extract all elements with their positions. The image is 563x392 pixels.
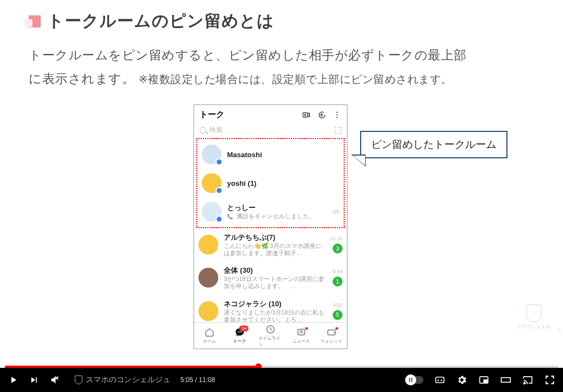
phone-header: トーク (194, 105, 347, 123)
note-text: ※複数設定した場合には、設定順で上部にピン留めされます。 (139, 73, 452, 85)
tab-label: タイムライン (258, 335, 283, 347)
chat-item-pinned: とっしー 通話をキャンセルしました。 2/5 (197, 197, 344, 226)
clock-icon (266, 324, 275, 334)
new-chat-icon (317, 111, 326, 119)
chat-subtext: 通話をキャンセルしました。 (227, 213, 327, 220)
svg-rect-12 (484, 380, 487, 382)
chat-item: 全体 (30) 3がつ18日スマートホーンの講習に参加を申し込みします。 … 8… (194, 261, 347, 294)
time-total: 11:08 (198, 376, 215, 384)
header-icon-group (302, 111, 341, 119)
search-icon (200, 127, 206, 134)
slide-content: トークルームのピン留めとは トークルームをピン留めすると、ピン留めした相手が必ず… (0, 0, 563, 363)
chat-name: Masatoshi (227, 151, 334, 159)
phone-call-icon (227, 213, 234, 220)
phone-header-title: トーク (200, 109, 224, 120)
chat-name: とっしー (227, 203, 327, 213)
pin-icon (216, 187, 223, 194)
autoplay-toggle[interactable] (405, 376, 423, 384)
chat-time: 11:16 (330, 236, 343, 241)
svg-point-4 (238, 332, 239, 333)
title-row: トークルームのピン留めとは (29, 10, 534, 32)
tab-news: ニュース (289, 327, 313, 344)
tab-label: トーク (233, 338, 246, 344)
chat-name: アルテちちぶ(7) (224, 233, 324, 242)
body-text: トークルームをピン留めすると、ピン留めした相手が必ずトークの最上部 に表示されま… (29, 43, 534, 90)
time-current: 5:05 (180, 376, 193, 384)
brand-logo: コアコンシェル (516, 305, 551, 330)
avatar (202, 173, 222, 193)
tab-talk: 24 トーク (228, 327, 252, 344)
tab-label: ウォレット (321, 338, 343, 344)
news-icon (296, 327, 306, 337)
chat-name: ネコジャラシ (10) (224, 299, 327, 309)
talk-badge: 24 (239, 325, 249, 332)
slide-title: トークルームのピン留めとは (47, 10, 274, 32)
chat-item-pinned: yoshi (1) (197, 169, 344, 197)
tab-label: ホーム (203, 338, 216, 344)
callout-bubble: ピン留めしたトークルーム (360, 131, 507, 158)
tab-home: ホーム (197, 327, 222, 344)
phone-tabbar: ホーム 24 トーク タイムライン ニュース ウォレット (194, 322, 347, 349)
notif-dot-icon (305, 327, 308, 330)
unread-badge: 5 (333, 310, 343, 320)
svg-point-2 (336, 114, 338, 115)
settings-button[interactable] (456, 374, 467, 385)
avatar (202, 202, 222, 222)
home-icon (205, 327, 214, 337)
qr-scan-icon (335, 127, 341, 134)
chat-subtext: 遅くなりましたが3月18日の会に私も参加させてください。よろ… (224, 309, 327, 323)
video-player-bar: スマホのコンシェルジュ 5:05 / 11:08 (0, 368, 563, 392)
play-button[interactable] (8, 374, 19, 385)
avatar (202, 145, 222, 164)
notif-dot-icon (335, 327, 338, 330)
search-placeholder: 検索 (209, 125, 223, 135)
next-button[interactable] (29, 374, 40, 385)
search-row: 検索 (194, 123, 347, 138)
callout-text: ピン留めしたトークルーム (371, 139, 496, 150)
cast-button[interactable] (522, 374, 533, 385)
body-line1: トークルームをピン留めすると、ピン留めした相手が必ずトークの最上部 (29, 48, 467, 62)
tab-timeline: タイムライン (258, 324, 283, 347)
pause-icon (409, 378, 412, 382)
pin-icon (216, 158, 223, 165)
chat-name: yoshi (1) (227, 179, 334, 187)
chat-name: 全体 (30) (224, 266, 327, 275)
body-line2: に表示されます。 (29, 71, 135, 86)
chat-subtext: こんにちわ👋🌿 3月のスマホ講座には参加します。渡邉千鶴子… (224, 242, 324, 257)
theater-button[interactable] (500, 374, 511, 385)
chat-item: アルテちちぶ(7) こんにちわ👋🌿 3月のスマホ講座には参加します。渡邉千鶴子…… (194, 228, 347, 261)
bullet-square-icon (29, 15, 41, 27)
player-left: スマホのコンシェルジュ 5:05 / 11:08 (8, 374, 215, 385)
svg-point-3 (336, 117, 338, 118)
tab-label: ニュース (292, 338, 310, 344)
miniplayer-button[interactable] (478, 374, 489, 385)
svg-point-1 (336, 112, 338, 113)
avatar (198, 235, 218, 255)
svg-rect-10 (436, 377, 444, 383)
watermark-text: スマホのコンシェルジュ (86, 375, 170, 385)
tab-wallet: ウォレット (319, 327, 344, 344)
kebab-icon (333, 111, 341, 119)
chat-time: 2/5 (332, 209, 339, 214)
mute-button[interactable] (49, 374, 60, 385)
shield-icon (75, 376, 82, 384)
fullscreen-button[interactable] (544, 374, 555, 385)
channel-watermark[interactable]: スマホのコンシェルジュ (75, 375, 170, 385)
pinned-section-outline: Masatoshi yoshi (1) とっしー 通話をキャンセルしました。 2… (196, 138, 345, 228)
time-display: 5:05 / 11:08 (180, 376, 215, 384)
captions-button[interactable] (434, 374, 445, 385)
svg-rect-13 (501, 378, 511, 382)
callout-tail-icon (351, 154, 366, 167)
pin-icon (216, 216, 223, 223)
svg-point-5 (239, 332, 240, 333)
chat-time: 2/22 (333, 302, 343, 308)
brand-text: コアコンシェル (516, 323, 551, 330)
player-right (405, 374, 555, 385)
unread-badge: 3 (333, 244, 343, 253)
avatar (198, 301, 218, 321)
svg-point-14 (524, 383, 525, 384)
chat-time: 8:54 (333, 269, 343, 274)
avatar (198, 268, 218, 288)
chat-item-pinned: Masatoshi (197, 140, 344, 169)
phone-mock: トーク 検索 Masatoshi yoshi (1) (194, 104, 347, 349)
